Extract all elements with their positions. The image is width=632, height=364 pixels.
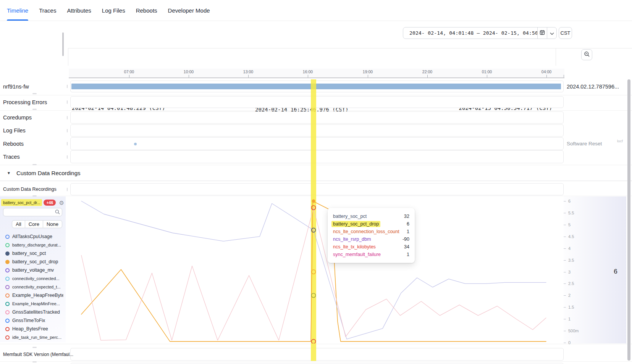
tooltip-label: battery_soc_pct <box>333 214 367 219</box>
metric-item-connectivity-expected-t[interactable]: connectivity_expected_t... <box>0 283 63 291</box>
row-track-reboots[interactable] <box>70 137 564 150</box>
chevron-down-icon <box>550 30 554 37</box>
tooltip-value: 1 <box>407 229 409 234</box>
cursor-marker <box>312 339 316 343</box>
row-track-custom-data-recordings[interactable] <box>70 183 564 195</box>
gear-icon[interactable]: ⚙ <box>59 200 64 206</box>
calendar-icon <box>540 30 545 37</box>
metric-color-dot <box>5 277 10 281</box>
calendar-button[interactable] <box>537 27 547 39</box>
tab-attributes[interactable]: Attributes <box>67 0 91 21</box>
chart-tooltip: battery_soc_pct32battery_soc_pct_drop6nc… <box>328 208 415 263</box>
metric-count-badge[interactable]: +46 <box>44 200 56 206</box>
filter-core-button[interactable]: Core <box>25 220 43 228</box>
metric-item-battery-discharge-durat[interactable]: battery_discharge_durat... <box>0 241 63 249</box>
time-tick-label: 13:00 <box>243 69 253 74</box>
y-tick-label: 1.5 <box>568 305 574 309</box>
row-track-log-files[interactable] <box>70 124 564 137</box>
metric-color-dot <box>5 243 10 247</box>
metric-item-battery-soc-pct-drop[interactable]: battery_soc_pct_drop <box>0 258 63 266</box>
firmware-version-bar[interactable] <box>71 84 561 89</box>
metric-item-battery-soc-pct[interactable]: battery_soc_pct <box>0 249 63 258</box>
row-track-memfault-sdk-version[interactable] <box>70 348 564 361</box>
tab-bar: TimelineTracesAttributesLog FilesReboots… <box>0 0 632 21</box>
y-tick-label: 5.5 <box>568 211 574 215</box>
metric-item-alltaskscpuusage[interactable]: AllTasksCpuUsage <box>0 232 63 241</box>
y-tick <box>564 248 566 249</box>
row-resize-tick <box>67 188 68 191</box>
row-track-traces[interactable] <box>70 150 564 163</box>
row-resize-handle[interactable] <box>32 361 37 362</box>
y-tick-label: 3 <box>568 270 571 274</box>
metric-item-example-heapfreebytes[interactable]: Example_HeapFreeBytes <box>0 291 63 300</box>
tab-developer-mode[interactable]: Developer Mode <box>168 0 210 21</box>
metric-color-dot <box>5 302 10 306</box>
tooltip-row-ncs-lte-rsrp-dbm: ncs_lte_rsrp_dbm-90 <box>333 235 409 243</box>
row-resize-tick <box>67 116 68 119</box>
row-resize-handle[interactable] <box>32 109 37 110</box>
y-tick-label: 5 <box>568 222 571 227</box>
date-range-control[interactable]: 2024- 02-14, 04:01:48 – 2024- 02-15, 04:… <box>403 27 557 39</box>
metric-item-gnsssatellitestracked[interactable]: GnssSatellitesTracked <box>0 308 63 316</box>
date-range-dropdown-button[interactable] <box>547 27 556 39</box>
zoom-out-button[interactable] <box>581 49 592 60</box>
tooltip-value: -90 <box>402 237 409 242</box>
y-tick <box>564 319 566 319</box>
time-tick-label: 16:00 <box>303 69 313 74</box>
row-track-coredumps[interactable] <box>70 111 564 124</box>
row-track-nrf91ns-fw[interactable] <box>70 81 564 92</box>
row-resize-handle[interactable] <box>32 347 37 348</box>
row-label-log-files: Log Files <box>3 124 26 137</box>
time-tick-label: 22:00 <box>422 69 432 74</box>
metric-color-dot <box>5 251 10 256</box>
tooltip-value: 1 <box>407 252 409 257</box>
metric-color-dot <box>5 235 10 239</box>
filter-all-button[interactable]: All <box>12 220 25 228</box>
filter-none-button[interactable]: None <box>43 220 62 228</box>
metric-color-dot <box>5 319 10 323</box>
metric-item-idle-task-run-time-perc[interactable]: idle_task_run_time_perc... <box>0 333 63 341</box>
vertical-scrollbar[interactable] <box>627 79 630 361</box>
metric-item-connectivity-connected[interactable]: connectivity_connected... <box>0 274 63 283</box>
metric-label: connectivity_connected... <box>12 276 60 281</box>
metric-item-heap-bytesfree[interactable]: Heap_BytesFree <box>0 325 63 333</box>
tab-reboots[interactable]: Reboots <box>136 0 157 21</box>
row-track-processing-errors[interactable] <box>70 96 564 108</box>
row-resize-handle[interactable] <box>32 93 37 94</box>
y-tick <box>564 283 566 284</box>
search-icon <box>55 209 60 214</box>
y-tick-label: 4.5 <box>568 234 574 239</box>
section-collapse-caret-icon[interactable]: ▼ <box>7 171 11 175</box>
metric-item-example-heapminfree[interactable]: Example_HeapMinFree... <box>0 300 63 308</box>
time-axis[interactable]: 07:0010:0013:0016:0019:0022:0001:0004:00 <box>69 69 564 78</box>
reboot-event-dot[interactable] <box>134 143 137 145</box>
row-label-custom-data-recordings: Custom Data Recordings <box>3 183 57 195</box>
sidebar-scrollbar[interactable] <box>62 32 64 56</box>
metric-label: battery_discharge_durat... <box>12 243 61 247</box>
tooltip-label: ncs_lte_connection_loss_count <box>333 229 399 234</box>
row-label-memfault-sdk-version: Memfault SDK Version (Memfaul... <box>3 348 73 361</box>
timezone-button[interactable]: CST <box>559 27 572 39</box>
time-tick-label: 10:00 <box>184 69 194 74</box>
metric-search-input[interactable] <box>3 208 62 216</box>
row-label-nrf91ns-fw: nrf91ns-fw <box>3 81 29 92</box>
metric-color-dot <box>5 335 10 340</box>
tooltip-row-sync-memfault-failure: sync_memfault_failure1 <box>333 251 409 258</box>
chart-svg[interactable] <box>70 196 564 343</box>
metric-item-gnsstimetofix[interactable]: GnssTimeToFix <box>0 316 63 325</box>
tab-log-files[interactable]: Log Files <box>102 0 125 21</box>
tooltip-row-ncs-lte-connection-loss-count: ncs_lte_connection_loss_count1 <box>333 228 409 235</box>
metric-item-battery-voltage-mv[interactable]: battery_voltage_mv <box>0 266 63 274</box>
y-tick <box>564 331 566 331</box>
metric-label: battery_soc_pct <box>12 251 46 256</box>
y-tick-label: 2.5 <box>568 281 574 286</box>
selected-metric-pill[interactable]: battery_soc_pct_dr... <box>1 199 42 206</box>
tab-timeline[interactable]: Timeline <box>7 0 28 21</box>
metric-label: idle_task_run_time_perc... <box>12 335 61 340</box>
date-range-input[interactable]: 2024- 02-14, 04:01:48 – 2024- 02-15, 04:… <box>403 27 537 39</box>
cursor-marker <box>312 293 316 298</box>
y-tick <box>564 295 566 296</box>
divider <box>0 361 632 362</box>
tab-traces[interactable]: Traces <box>39 0 56 21</box>
metric-label: AllTasksCpuUsage <box>12 234 52 239</box>
